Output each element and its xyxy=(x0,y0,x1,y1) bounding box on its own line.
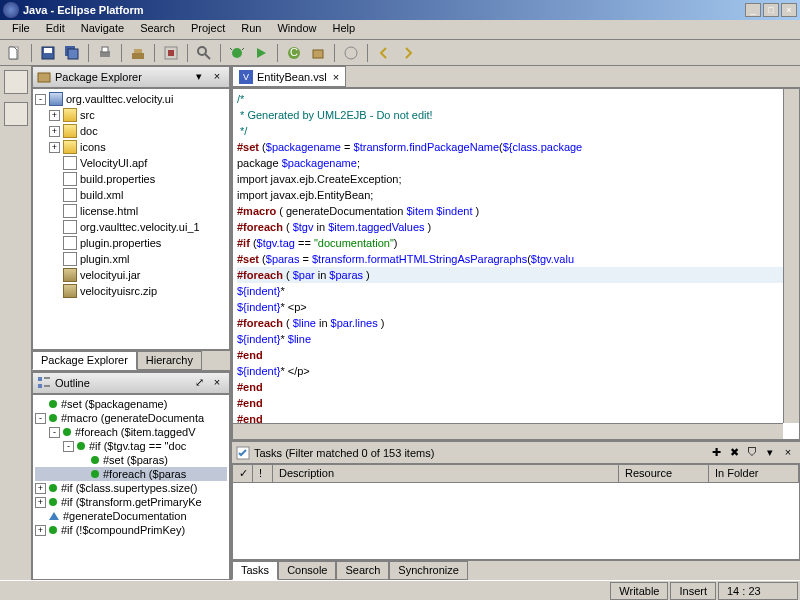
new-button[interactable] xyxy=(4,42,26,64)
search-button[interactable] xyxy=(193,42,215,64)
menu-help[interactable]: Help xyxy=(325,20,364,39)
outline-item[interactable]: +#if ($class.supertypes.size() xyxy=(35,481,227,495)
code-line: #end xyxy=(237,347,795,363)
outline-item[interactable]: +#if (!$compoundPrimKey) xyxy=(35,523,227,537)
tasks-add-button[interactable]: ✚ xyxy=(708,446,724,460)
tree-toggle[interactable]: - xyxy=(49,427,60,438)
back-button[interactable] xyxy=(373,42,395,64)
maximize-button[interactable]: □ xyxy=(763,3,779,17)
external-tools-button[interactable] xyxy=(160,42,182,64)
build-button[interactable] xyxy=(127,42,149,64)
file-icon xyxy=(63,172,77,186)
package-explorer-tree[interactable]: -org.vaulttec.velocity.ui+src+doc+iconsV… xyxy=(32,88,230,350)
tree-item[interactable]: velocityuisrc.zip xyxy=(35,283,227,299)
editor-tab-entitybean[interactable]: V EntityBean.vsl × xyxy=(232,66,346,87)
tree-toggle[interactable]: - xyxy=(35,413,46,424)
java-perspective-button[interactable] xyxy=(4,102,28,126)
tree-item[interactable]: build.properties xyxy=(35,171,227,187)
outline-close-button[interactable]: × xyxy=(209,376,225,390)
menu-file[interactable]: File xyxy=(4,20,38,39)
tree-item[interactable]: +doc xyxy=(35,123,227,139)
run-button[interactable] xyxy=(250,42,272,64)
menu-run[interactable]: Run xyxy=(233,20,269,39)
forward-button[interactable] xyxy=(397,42,419,64)
view-tab-hierarchy[interactable]: Hierarchy xyxy=(137,351,202,370)
outline-item[interactable]: #foreach ($paras xyxy=(35,467,227,481)
tree-item[interactable]: org.vaulttec.velocity.ui_1 xyxy=(35,219,227,235)
outline-item[interactable]: -#foreach ($item.taggedV xyxy=(35,425,227,439)
tasks-delete-button[interactable]: ✖ xyxy=(726,446,742,460)
view-close-button[interactable]: × xyxy=(209,70,225,84)
outline-item[interactable]: -#macro (generateDocumenta xyxy=(35,411,227,425)
save-all-button[interactable] xyxy=(61,42,83,64)
tasks-close-button[interactable]: × xyxy=(780,446,796,460)
open-perspective-button[interactable] xyxy=(4,70,28,94)
close-button[interactable]: × xyxy=(781,3,797,17)
tree-toggle[interactable]: - xyxy=(35,94,46,105)
minimize-button[interactable]: _ xyxy=(745,3,761,17)
outline-label: #macro (generateDocumenta xyxy=(61,412,204,424)
tree-toggle[interactable]: + xyxy=(35,525,46,536)
outline-item[interactable]: #generateDocumentation xyxy=(35,509,227,523)
tree-item[interactable]: +src xyxy=(35,107,227,123)
tree-item[interactable]: license.html xyxy=(35,203,227,219)
view-tab-console[interactable]: Console xyxy=(278,561,336,580)
tree-toggle[interactable]: + xyxy=(35,483,46,494)
outline-item[interactable]: #set ($paras) xyxy=(35,453,227,467)
menu-window[interactable]: Window xyxy=(269,20,324,39)
tree-label: velocityui.jar xyxy=(80,269,141,281)
directive-icon xyxy=(49,484,57,492)
code-line: package $packagename; xyxy=(237,155,795,171)
tree-item[interactable]: +icons xyxy=(35,139,227,155)
tree-toggle[interactable]: - xyxy=(63,441,74,452)
tree-toggle[interactable]: + xyxy=(49,142,60,153)
code-line: #macro ( generateDocumentation $item $in… xyxy=(237,203,795,219)
new-class-button[interactable]: C xyxy=(283,42,305,64)
view-tab-package-explorer[interactable]: Package Explorer xyxy=(32,351,137,370)
menu-edit[interactable]: Edit xyxy=(38,20,73,39)
tree-item[interactable]: velocityui.jar xyxy=(35,267,227,283)
menu-search[interactable]: Search xyxy=(132,20,183,39)
editor-scrollbar-horizontal[interactable] xyxy=(233,423,783,439)
tasks-col-description[interactable]: Description xyxy=(273,465,619,482)
tree-toggle[interactable]: + xyxy=(35,497,46,508)
print-button[interactable] xyxy=(94,42,116,64)
menu-navigate[interactable]: Navigate xyxy=(73,20,132,39)
tree-item[interactable]: plugin.xml xyxy=(35,251,227,267)
open-type-button[interactable] xyxy=(340,42,362,64)
tree-toggle[interactable]: + xyxy=(49,110,60,121)
tree-item[interactable]: plugin.properties xyxy=(35,235,227,251)
perspective-bar xyxy=(0,66,32,580)
view-menu-button[interactable]: ▾ xyxy=(191,70,207,84)
tasks-col-priority[interactable]: ! xyxy=(253,465,273,482)
jar-icon xyxy=(63,284,77,298)
editor-scrollbar-vertical[interactable] xyxy=(783,89,799,423)
view-tab-tasks[interactable]: Tasks xyxy=(232,561,278,580)
outline-item[interactable]: #set ($packagename) xyxy=(35,397,227,411)
menu-project[interactable]: Project xyxy=(183,20,233,39)
view-tab-search[interactable]: Search xyxy=(336,561,389,580)
new-package-button[interactable] xyxy=(307,42,329,64)
tasks-menu-button[interactable]: ▾ xyxy=(762,446,778,460)
package-explorer-header: Package Explorer ▾ × xyxy=(32,66,230,88)
tasks-col-check[interactable]: ✓ xyxy=(233,465,253,482)
outline-tree[interactable]: #set ($packagename)-#macro (generateDocu… xyxy=(32,394,230,580)
tree-item[interactable]: build.xml xyxy=(35,187,227,203)
view-tab-synchronize[interactable]: Synchronize xyxy=(389,561,468,580)
tasks-col-resource[interactable]: Resource xyxy=(619,465,709,482)
outline-item[interactable]: +#if ($transform.getPrimaryKe xyxy=(35,495,227,509)
outline-title: Outline xyxy=(55,377,191,389)
tree-item[interactable]: VelocityUI.apf xyxy=(35,155,227,171)
code-editor[interactable]: /* * Generated by UML2EJB - Do not edit!… xyxy=(232,88,800,440)
debug-button[interactable] xyxy=(226,42,248,64)
tasks-table[interactable]: ✓ ! Description Resource In Folder xyxy=(232,464,800,560)
tasks-view-tabs: TasksConsoleSearchSynchronize xyxy=(232,560,800,580)
outline-item[interactable]: -#if ($tgv.tag == "doc xyxy=(35,439,227,453)
editor-tab-close-button[interactable]: × xyxy=(333,71,339,83)
outline-sort-button[interactable]: ⤢ xyxy=(191,376,207,390)
tasks-col-folder[interactable]: In Folder xyxy=(709,465,799,482)
tree-toggle[interactable]: + xyxy=(49,126,60,137)
tasks-filter-button[interactable]: ⛉ xyxy=(744,446,760,460)
outline-icon xyxy=(37,376,51,390)
save-button[interactable] xyxy=(37,42,59,64)
